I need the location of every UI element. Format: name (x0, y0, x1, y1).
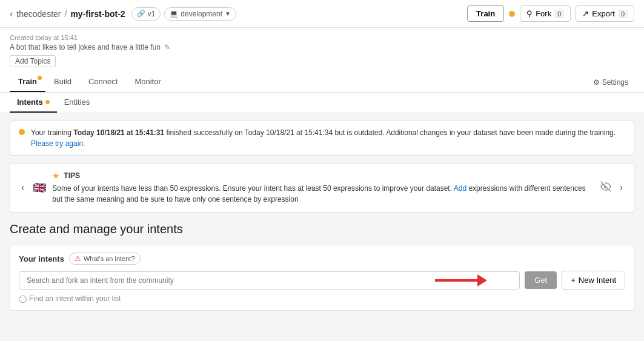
subtab-entities-label: Entities (64, 98, 90, 107)
find-intent-row: ◯ Find an intent within your list (19, 294, 625, 303)
get-button[interactable]: Get (525, 271, 557, 289)
subtab-entities[interactable]: Entities (57, 93, 98, 113)
tips-prev-button[interactable]: ‹ (19, 180, 27, 196)
hide-tips-button[interactable] (600, 181, 611, 194)
description-text: A bot that likes to tell jokes and have … (10, 43, 161, 51)
tips-body: Some of your intents have less than 50 e… (52, 183, 594, 205)
search-row: Get + New Intent (19, 271, 625, 290)
section-heading: Create and manage your intents (10, 222, 634, 236)
top-bar: ‹ thecodester / my-first-bot-2 🔗 v1 💻 de… (0, 0, 644, 28)
tips-section: ‹ 🇬🇧 ★ TIPS Some of your intents have le… (10, 163, 634, 213)
tips-title: TIPS (64, 171, 80, 180)
export-button[interactable]: ↗ Export 0 (576, 5, 634, 22)
red-arrow-line (435, 279, 477, 282)
tips-content: ★ TIPS Some of your intents have less th… (52, 171, 594, 205)
plus-icon: + (571, 276, 576, 285)
edit-icon[interactable]: ✎ (164, 43, 170, 51)
export-icon: ↗ (582, 9, 589, 18)
try-again-link[interactable]: Please try again. (31, 139, 85, 148)
environment-label: development (181, 10, 222, 18)
export-count: 0 (618, 10, 628, 18)
version-badge[interactable]: 🔗 v1 (131, 7, 161, 21)
subtab-intents-label: Intents (17, 98, 43, 107)
tips-add-link[interactable]: Add (454, 184, 466, 193)
info-circle-icon: ⚠ (75, 254, 81, 263)
tab-train[interactable]: Train (10, 72, 45, 92)
tab-train-label: Train (18, 77, 37, 86)
tab-build[interactable]: Build (45, 72, 80, 92)
header-section: Created today at 15:41 A bot that likes … (0, 28, 644, 93)
new-intent-button[interactable]: + New Intent (562, 271, 625, 290)
intents-section: Your intents ⚠ What's an intent? Get + N… (10, 245, 634, 311)
tab-monitor[interactable]: Monitor (126, 72, 169, 92)
back-chevron-icon[interactable]: ‹ (10, 8, 13, 19)
star-icon: ★ (52, 171, 60, 180)
tab-build-label: Build (54, 77, 71, 86)
breadcrumb-separator: / (65, 9, 67, 19)
flag-icon: 🇬🇧 (33, 181, 46, 194)
settings-icon: ⚙ (593, 78, 600, 87)
fork-count: 0 (554, 10, 564, 18)
tips-next-button[interactable]: › (617, 180, 625, 196)
find-intent-label: Find an intent within your list (29, 294, 121, 303)
subtab-intents[interactable]: Intents (10, 93, 57, 113)
dropdown-chevron-icon: ▼ (225, 10, 231, 17)
warning-dot (19, 129, 25, 135)
environment-dropdown[interactable]: 💻 development ▼ (164, 7, 236, 21)
created-info: Created today at 15:41 (10, 34, 634, 41)
tab-connect[interactable]: Connect (80, 72, 126, 92)
fork-icon: ⚲ (526, 9, 533, 18)
fork-button[interactable]: ⚲ Fork 0 (520, 5, 571, 22)
warning-prefix: Your training (31, 128, 73, 137)
new-intent-label: New Intent (579, 276, 616, 285)
tips-header: ★ TIPS (52, 171, 594, 180)
train-status-dot (509, 11, 515, 17)
version-label: v1 (148, 10, 156, 18)
train-tab-dot (38, 76, 42, 80)
tab-monitor-label: Monitor (134, 77, 161, 86)
settings-button[interactable]: ⚙ Settings (587, 74, 634, 90)
circle-icon: ◯ (19, 294, 27, 303)
warning-bold-date: Today 10/18/21 at 15:41:31 (73, 128, 164, 137)
red-arrow-indicator (435, 274, 487, 286)
bot-description: A bot that likes to tell jokes and have … (10, 43, 634, 51)
warning-middle: finished successfully on Today 10/18/21 … (167, 128, 616, 137)
your-intents-label: Your intents (19, 254, 64, 263)
tab-connect-label: Connect (88, 77, 118, 86)
export-label: Export (592, 9, 615, 18)
intents-header: Your intents ⚠ What's an intent? (19, 253, 625, 265)
fork-label: Fork (536, 9, 551, 18)
main-tabs: Train Build Connect Monitor ⚙ Settings (10, 72, 634, 92)
warning-banner: Your training Today 10/18/21 at 15:41:31… (10, 121, 634, 156)
tips-body-before: Some of your intents have less than 50 e… (52, 184, 453, 193)
whats-intent-badge[interactable]: ⚠ What's an intent? (69, 253, 141, 265)
settings-label: Settings (602, 78, 628, 87)
subtabs-bar: Intents Entities (0, 93, 644, 113)
botname-label: my-first-bot-2 (70, 9, 125, 19)
add-topics-button[interactable]: Add Topics (10, 55, 56, 67)
breadcrumb: ‹ thecodester / my-first-bot-2 (10, 8, 125, 19)
top-bar-actions: Train ⚲ Fork 0 ↗ Export 0 (467, 5, 634, 22)
red-arrow-head (477, 274, 487, 286)
warning-text: Your training Today 10/18/21 at 15:41:31… (31, 127, 625, 149)
train-button[interactable]: Train (467, 5, 504, 22)
main-content: Your training Today 10/18/21 at 15:41:31… (0, 113, 644, 341)
whats-intent-label: What's an intent? (84, 255, 135, 262)
username-label: thecodester (16, 9, 61, 19)
intents-dot (45, 100, 50, 104)
